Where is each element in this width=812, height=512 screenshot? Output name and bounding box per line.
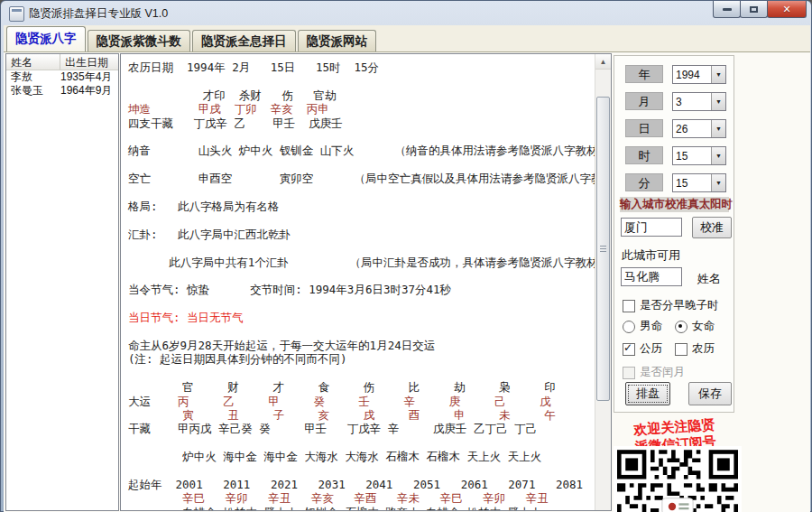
chart-text-line: 炉中火 海中金 海中金 大海水 大海水 石榴木 石榴木 天上火 天上火 bbox=[128, 450, 593, 463]
chart-text-line: (注: 起运日期因具体到分钟的不同而不同) bbox=[128, 352, 593, 366]
chart-text-line: 此八字局中共有1个汇卦 （局中汇卦是否成功，具体请参考隐贤派八字教材） bbox=[128, 256, 593, 269]
chart-text-line bbox=[128, 213, 593, 227]
early-zi-label: 是否分早晚子时 bbox=[640, 298, 719, 313]
date-field-row: 时 15 ▼ bbox=[625, 146, 726, 165]
male-radio-row[interactable]: 男命 bbox=[623, 319, 662, 334]
solar-checkbox[interactable] bbox=[623, 343, 635, 356]
chart-text-line bbox=[128, 325, 593, 339]
city-hint-label: 输入城市校准真太阳时 bbox=[620, 197, 729, 212]
solar-label: 公历 bbox=[640, 341, 662, 357]
list-header: 姓名 出生日期 bbox=[6, 54, 118, 70]
date-field-row: 月 3 ▼ bbox=[625, 92, 726, 111]
maximize-button[interactable] bbox=[740, 1, 768, 18]
scroll-up-icon[interactable]: ▲ bbox=[595, 54, 611, 70]
chart-text-line: 大运 丙 乙 甲 癸 壬 辛 庚 己 戊 bbox=[128, 395, 593, 408]
minimize-button[interactable] bbox=[713, 1, 741, 18]
chevron-down-icon[interactable]: ▼ bbox=[711, 66, 725, 83]
date-field-label: 月 bbox=[625, 92, 663, 110]
chart-text-line bbox=[128, 158, 593, 172]
input-groupbox: 年 1994 ▼ 月 3 ▼ bbox=[614, 55, 734, 413]
chevron-down-icon[interactable]: ▼ bbox=[711, 174, 725, 191]
name-input[interactable] bbox=[621, 267, 682, 286]
chart-text-line bbox=[128, 297, 593, 311]
leap-month-checkbox bbox=[623, 367, 635, 379]
date-field-label: 日 bbox=[625, 119, 663, 137]
date-combobox[interactable]: 15 ▼ bbox=[672, 146, 726, 165]
date-combobox[interactable]: 15 ▼ bbox=[672, 173, 726, 192]
chart-text-line: 干藏 甲丙戊 辛己癸 癸 甲壬 丁戊辛 辛 戊庚壬 乙丁己 丁己 bbox=[128, 422, 593, 435]
save-button[interactable]: 保存 bbox=[688, 382, 732, 405]
female-radio-row[interactable]: 女命 bbox=[675, 319, 715, 334]
chart-text-line bbox=[128, 367, 593, 380]
lunar-checkbox[interactable] bbox=[675, 343, 687, 356]
minimize-icon bbox=[723, 8, 732, 11]
column-header-name[interactable]: 姓名 bbox=[6, 54, 60, 70]
chart-text-line: 官 财 才 食 伤 比 劫 枭 印 bbox=[128, 380, 593, 394]
city-input[interactable] bbox=[621, 218, 682, 237]
tab[interactable]: 隐贤派全息择日 bbox=[192, 30, 296, 51]
bazi-chart-textbox[interactable]: 农历日期 1994年 2月 15日 15时 15分 才印 杀财 伤 官劫 坤造 … bbox=[120, 53, 612, 511]
chart-text-line: 格局: 此八字格局为有名格 bbox=[128, 200, 593, 213]
tab[interactable]: 隐贤派八字 bbox=[6, 26, 86, 51]
chart-text-line: 空亡 申酉空 寅卯空 （局中空亡真假以及具体用法请参考隐贤派八字教材） bbox=[128, 172, 593, 185]
qr-code-image bbox=[617, 450, 738, 512]
date-combobox[interactable]: 1994 ▼ bbox=[672, 65, 726, 84]
tab[interactable]: 隐贤派紫微斗数 bbox=[88, 30, 191, 51]
chart-text-line: 纳音 山头火 炉中火 钗钏金 山下火 （纳音的具体用法请参考隐贤派八字教材） bbox=[128, 144, 593, 157]
chart-text-line: 才印 杀财 伤 官劫 bbox=[128, 88, 593, 102]
app-window: 隐贤派排盘择日专业版 V1.0 ✕ 隐贤派八字 隐贤派紫微斗数 隐贤派全息择日 … bbox=[0, 0, 812, 512]
scrollbar-thumb[interactable] bbox=[596, 97, 610, 401]
date-field-label: 时 bbox=[625, 146, 663, 164]
date-field-row: 分 15 ▼ bbox=[625, 173, 726, 192]
chevron-down-icon[interactable]: ▼ bbox=[711, 147, 725, 164]
combobox-value: 1994 bbox=[673, 69, 711, 81]
leap-month-checkbox-row: 是否闰月 bbox=[623, 365, 685, 380]
chart-text-line: 坤造 甲戌 丁卯 辛亥 丙申 bbox=[128, 102, 593, 116]
solar-checkbox-row[interactable]: 公历 bbox=[623, 341, 662, 357]
chart-text-line bbox=[128, 269, 593, 283]
chevron-down-icon[interactable]: ▼ bbox=[711, 120, 725, 137]
person-row[interactable]: 张曼玉 1964年9月 bbox=[6, 84, 118, 98]
window-title: 隐贤派排盘择日专业版 V1.0 bbox=[29, 6, 168, 22]
chart-text-line bbox=[128, 436, 593, 450]
combobox-value: 15 bbox=[673, 177, 711, 190]
close-icon: ✕ bbox=[782, 4, 790, 15]
vertical-scrollbar[interactable]: ▲ bbox=[595, 54, 611, 510]
chevron-down-icon[interactable]: ▼ bbox=[711, 93, 725, 110]
chart-text-line bbox=[128, 130, 593, 144]
date-combobox[interactable]: 3 ▼ bbox=[672, 92, 726, 111]
chart-text-line: 四支干藏 丁戊辛 乙 甲壬 戊庚壬 bbox=[128, 116, 593, 130]
chart-text-line: 当令节气: 惊蛰 交节时间: 1994年3月6日3时37分41秒 bbox=[128, 283, 593, 296]
date-field-row: 年 1994 ▼ bbox=[625, 65, 726, 84]
maximize-icon bbox=[750, 6, 758, 13]
date-field-label: 分 bbox=[625, 173, 663, 191]
female-radio[interactable] bbox=[675, 321, 687, 333]
title-bar[interactable]: 隐贤派排盘择日专业版 V1.0 ✕ bbox=[1, 1, 811, 25]
chart-text-line bbox=[128, 74, 593, 88]
lunar-checkbox-row[interactable]: 农历 bbox=[675, 341, 715, 357]
tab[interactable]: 隐贤派网站 bbox=[298, 30, 377, 51]
column-header-birth[interactable]: 出生日期 bbox=[60, 54, 118, 70]
date-combobox[interactable]: 26 ▼ bbox=[672, 119, 726, 138]
paipan-button[interactable]: 排盘 bbox=[625, 382, 670, 405]
city-status-label: 此城市可用 bbox=[622, 247, 680, 264]
chart-text-line: 命主从6岁9月28天开始起运，于每一交大运年的1月24日交运 bbox=[128, 339, 593, 352]
male-label: 男命 bbox=[640, 319, 662, 334]
person-row[interactable]: 李敖 1935年4月 bbox=[6, 70, 118, 84]
male-radio[interactable] bbox=[623, 321, 635, 333]
chart-text-line: 白蜡金 松柏木 壁上土 钗钏金 石榴木 路旁土 白蜡金 松柏木 壁上土 bbox=[128, 506, 593, 511]
chart-text-line: 起始年 2001 2011 2021 2031 2041 2051 2061 2… bbox=[128, 478, 593, 491]
early-zi-checkbox-row[interactable]: 是否分早晚子时 bbox=[623, 298, 719, 313]
leap-month-label: 是否闰月 bbox=[640, 365, 685, 380]
chart-text-line: 当日节气: 当日无节气 bbox=[128, 311, 593, 324]
early-zi-checkbox[interactable] bbox=[623, 300, 635, 312]
combobox-value: 26 bbox=[673, 123, 711, 135]
chart-text-line: 汇卦: 此八字局中汇西北乾卦 bbox=[128, 228, 593, 241]
calibrate-button[interactable]: 校准 bbox=[692, 217, 732, 238]
date-field-row: 日 26 ▼ bbox=[625, 119, 726, 138]
people-list[interactable]: 姓名 出生日期 李敖 1935年4月 张曼玉 1964年9月 bbox=[5, 53, 119, 511]
main-form: 隐贤派八字 隐贤派紫微斗数 隐贤派全息择日 隐贤派网站 姓名 出生日期 李敖 bbox=[4, 25, 810, 512]
close-button[interactable]: ✕ bbox=[767, 1, 807, 18]
chart-text-line: 辛巳 辛卯 辛丑 辛亥 辛酉 辛未 辛巳 辛卯 辛丑 bbox=[128, 491, 593, 505]
female-label: 女命 bbox=[692, 319, 715, 334]
